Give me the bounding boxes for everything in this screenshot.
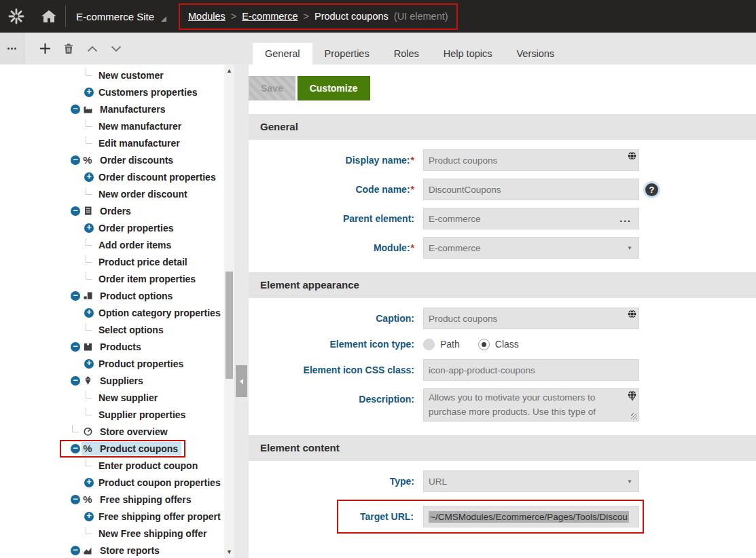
tree-item-store-overview[interactable]: Store overview <box>0 423 234 440</box>
tree-item-products[interactable]: −Products <box>0 338 234 355</box>
home-button[interactable] <box>33 0 65 33</box>
dropdown-caret-icon[interactable]: ▼ <box>627 245 632 251</box>
collapse-panel-button[interactable] <box>236 365 247 397</box>
tree-item-new-manufacturer[interactable]: New manufacturer <box>0 117 234 134</box>
tree-item-order-discounts[interactable]: −%Order discounts <box>0 151 234 168</box>
product-options-icon <box>82 291 94 301</box>
tree-item-new-customer[interactable]: New customer <box>0 67 234 83</box>
tree-item-order-properties[interactable]: +Order properties <box>0 219 234 236</box>
type-label: Type: <box>267 470 423 492</box>
delete-element-button[interactable] <box>62 42 75 56</box>
tree-connector <box>83 397 95 398</box>
tab-general[interactable]: General <box>253 43 312 64</box>
tree-item-enter-product-coupon[interactable]: Enter product coupon <box>0 457 234 474</box>
tree-item-add-order-items[interactable]: Add order items <box>0 236 234 253</box>
tree-item-product-coupon-properties[interactable]: +Product coupon properties <box>0 474 234 491</box>
collapse-node-icon[interactable]: − <box>69 342 82 352</box>
tree-item-label: Product properties <box>95 357 187 371</box>
localize-globe-icon[interactable] <box>628 310 636 318</box>
resize-grip-icon[interactable] <box>631 413 637 420</box>
collapse-node-icon[interactable]: − <box>69 155 82 165</box>
scroll-down-icon[interactable]: ▼ <box>224 548 234 555</box>
target-url-input[interactable]: ~/CMSModules/Ecommerce/Pages/Tools/Disco… <box>423 506 639 527</box>
tree-item-product-properties[interactable]: +Product properties <box>0 355 234 372</box>
tree-item-new-supplier[interactable]: New supplier <box>0 389 234 406</box>
add-element-button[interactable] <box>38 42 52 56</box>
collapse-node-icon[interactable]: − <box>69 444 82 453</box>
collapse-node-icon[interactable]: − <box>69 376 82 386</box>
code-name-input[interactable]: DiscountCoupons <box>423 179 639 200</box>
tree-scrollbar[interactable]: ▲ ▼ <box>224 64 234 558</box>
breadcrumb-link-e-commerce[interactable]: E-commerce <box>242 11 298 22</box>
tree-item-store-reports[interactable]: −Store reports <box>0 542 234 558</box>
tree-item-orders[interactable]: −Orders <box>0 202 234 219</box>
site-selector[interactable]: E-commerce Site <box>66 11 177 22</box>
tab-help-topics[interactable]: Help topics <box>431 43 505 64</box>
tree-item-select-options[interactable]: Select options <box>0 321 234 338</box>
collapse-node-icon[interactable]: − <box>69 546 82 555</box>
tree-item-product-price-detail[interactable]: Product price detail <box>0 253 234 270</box>
expand-node-icon[interactable]: + <box>83 308 95 318</box>
localize-globe-icon[interactable] <box>628 151 636 160</box>
collapse-node-icon[interactable]: − <box>69 206 82 216</box>
parent-element-input[interactable]: E-commerce... <box>423 208 639 229</box>
move-up-button[interactable] <box>86 42 99 56</box>
expand-node-icon[interactable]: + <box>83 88 95 97</box>
radio-path[interactable] <box>423 339 435 350</box>
type-select[interactable]: URL▼ <box>423 470 639 492</box>
help-icon[interactable]: ? <box>645 183 658 196</box>
expand-node-icon[interactable]: + <box>83 223 95 233</box>
tree-item-supplier-properties[interactable]: Supplier properties <box>0 406 234 423</box>
description-textarea[interactable]: Allows you to motivate your customers to… <box>423 388 639 422</box>
expand-node-icon[interactable]: + <box>83 478 95 487</box>
module-tree-panel: New customer+Customers properties−Manufa… <box>0 64 234 558</box>
tab-versions[interactable]: Versions <box>505 43 567 64</box>
expand-node-icon[interactable]: + <box>83 359 95 369</box>
tree-item-option-category-properties[interactable]: +Option category properties <box>0 304 234 321</box>
tree-item-product-options[interactable]: −Product options <box>0 287 234 304</box>
textarea-scrollbar[interactable]: ▲▼ <box>627 390 638 403</box>
tree-item-order-item-properties[interactable]: Order item properties <box>0 270 234 287</box>
move-down-button[interactable] <box>109 42 123 56</box>
tree-item-suppliers[interactable]: −Suppliers <box>0 372 234 389</box>
tree-item-new-order-discount[interactable]: New order discount <box>0 185 234 202</box>
select-item-button[interactable]: ... <box>619 213 632 224</box>
element-icon-type-label: Element icon type: <box>267 337 423 352</box>
module-select[interactable]: E-commerce▼ <box>423 237 639 259</box>
tree-scrollbar-thumb[interactable] <box>226 272 233 379</box>
tree-item-free-shipping-offers[interactable]: −%Free shipping offers <box>0 491 234 508</box>
display-name-input[interactable]: Product coupons <box>423 149 639 171</box>
dropdown-caret-icon[interactable]: ▼ <box>627 479 632 485</box>
scroll-down-icon[interactable]: ▼ <box>630 396 635 403</box>
minus-circle-icon: − <box>71 376 80 386</box>
minus-circle-icon: − <box>71 495 80 504</box>
collapse-node-icon[interactable]: − <box>69 495 82 504</box>
expand-node-icon[interactable]: + <box>83 172 95 182</box>
tree-item-order-discount-properties[interactable]: +Order discount properties <box>0 168 234 185</box>
more-options-button[interactable] <box>0 33 24 64</box>
display-name-row: Display name:*Product coupons <box>249 149 756 171</box>
scroll-up-icon[interactable]: ▲ <box>630 390 635 396</box>
tree-item-product-coupons[interactable]: −%Product coupons <box>0 440 234 457</box>
tree-item-new-free-shipping-offer[interactable]: New Free shipping offer <box>0 525 234 542</box>
radio-class[interactable] <box>478 339 490 350</box>
toolbar-tab-band: GeneralPropertiesRolesHelp topicsVersion… <box>0 33 756 64</box>
tab-roles[interactable]: Roles <box>382 43 431 64</box>
collapse-node-icon[interactable]: − <box>69 105 82 114</box>
customize-button[interactable]: Customize <box>298 76 370 100</box>
expand-node-icon[interactable]: + <box>83 512 95 521</box>
caption-input[interactable]: Product coupons <box>423 308 639 329</box>
applications-menu-button[interactable] <box>0 0 33 33</box>
breadcrumb-link-modules[interactable]: Modules <box>188 11 226 22</box>
element-icon-css-class-input[interactable]: icon-app-product-coupons <box>423 359 639 381</box>
tab-properties[interactable]: Properties <box>312 43 382 64</box>
tree-item-customers-properties[interactable]: +Customers properties <box>0 83 234 100</box>
collapse-node-icon[interactable]: − <box>69 291 82 301</box>
minus-circle-icon: − <box>71 105 80 114</box>
suppliers-icon <box>82 375 94 386</box>
panel-splitter[interactable] <box>234 64 249 558</box>
tree-item-edit-manufacturer[interactable]: Edit manufacturer <box>0 134 234 151</box>
scroll-up-icon[interactable]: ▲ <box>224 67 234 74</box>
tree-item-manufacturers[interactable]: −Manufacturers <box>0 100 234 117</box>
tree-item-free-shipping-offer-propert[interactable]: +Free shipping offer propert <box>0 508 234 525</box>
